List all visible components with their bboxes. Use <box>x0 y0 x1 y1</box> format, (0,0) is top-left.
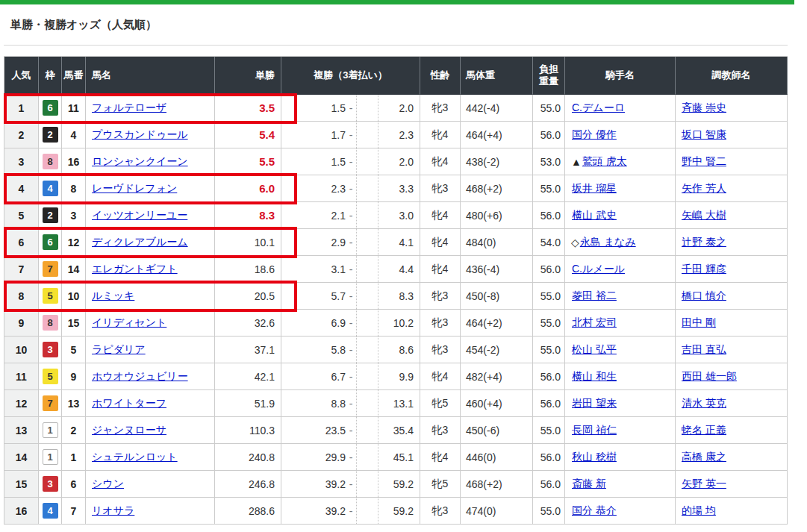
jockey-link[interactable]: 斎藤 新 <box>572 478 606 491</box>
horse-link[interactable]: エレガントギフト <box>92 263 178 276</box>
trainer-cell: 野中 賢二 <box>676 148 788 175</box>
win-odds-value: 3.5 <box>259 101 275 114</box>
place-odds-dash: - <box>346 237 356 248</box>
horse-link[interactable]: ディクレアブルーム <box>92 236 188 249</box>
header-rank: 人気 <box>4 57 39 95</box>
horse-link[interactable]: ルミッキ <box>92 290 134 303</box>
table-row: 3 8 16 ロンシャンクイーン 5.5 1.5 - 2.0 牝4 438(-2… <box>4 148 788 175</box>
horse-link[interactable]: フォルテローザ <box>92 101 166 115</box>
jockey-link[interactable]: 松山 弘平 <box>572 343 617 357</box>
jockey-link[interactable]: 北村 宏司 <box>572 316 617 330</box>
jockey-link[interactable]: 菱田 裕二 <box>572 290 617 303</box>
jockey-link[interactable]: C.ルメール <box>572 263 625 276</box>
jockey-cell: 北村 宏司 <box>565 310 676 337</box>
horse-link[interactable]: リオサラ <box>92 504 134 518</box>
trainer-link[interactable]: 野中 賢二 <box>682 155 726 169</box>
jockey-cell: 長岡 禎仁 <box>565 417 676 444</box>
weight-cell: 474(0) <box>461 498 533 525</box>
horse-link[interactable]: イリディセント <box>92 316 166 330</box>
place-odds-gap <box>356 310 378 336</box>
trainer-cell: 坂口 智康 <box>676 122 788 148</box>
sex-age-cell: 牝3 <box>420 417 461 444</box>
jockey-cell: 斎藤 新 <box>565 471 676 498</box>
horse-link[interactable]: シュテルンロット <box>92 451 178 464</box>
place-odds-cell: 6.9 - 10.2 <box>281 310 420 337</box>
jockey-link[interactable]: 横山 和生 <box>572 370 617 384</box>
win-odds-cell: 240.8 <box>215 444 281 471</box>
waku-cell: 6 <box>39 229 62 256</box>
weight-cell: 446(0) <box>461 444 533 471</box>
weight-cell: 484(0) <box>461 229 533 256</box>
place-odds-gap <box>356 283 378 309</box>
rank-cell: 12 <box>4 390 39 417</box>
jockey-link[interactable]: 横山 武史 <box>572 209 617 222</box>
place-odds-gap <box>356 229 378 255</box>
horse-no-cell: 4 <box>62 122 86 148</box>
waku-cell: 5 <box>39 283 62 310</box>
place-odds-dash: - <box>346 210 356 222</box>
waku-badge: 3 <box>43 342 58 357</box>
load-cell: 55.0 <box>533 95 565 122</box>
horse-link[interactable]: ホワイトターフ <box>92 397 166 410</box>
horse-link[interactable]: ラピダリア <box>92 343 146 357</box>
header-trainer: 調教師名 <box>676 57 788 95</box>
waku-cell: 1 <box>39 417 62 444</box>
trainer-link[interactable]: 清水 英克 <box>682 397 726 410</box>
table-row: 12 7 13 ホワイトターフ 51.9 8.8 - 13.1 牝5 460(+… <box>4 390 788 417</box>
jockey-link[interactable]: 鷲頭 虎太 <box>582 155 627 169</box>
place-odds-high: 45.1 <box>378 451 420 463</box>
win-odds-value: 5.5 <box>259 155 275 168</box>
header-jockey: 騎手名 <box>565 57 676 95</box>
jockey-link[interactable]: 永島 まなみ <box>580 236 636 249</box>
horse-no-cell: 9 <box>62 363 86 390</box>
rank-cell: 16 <box>4 498 39 525</box>
jockey-cell: C.ルメール <box>565 256 676 283</box>
sex-age-cell: 牝4 <box>420 444 461 471</box>
trainer-link[interactable]: 辻野 泰之 <box>682 236 726 249</box>
trainer-link[interactable]: 矢野 英一 <box>682 478 726 491</box>
horse-link[interactable]: シウン <box>92 478 124 491</box>
trainer-link[interactable]: 斉藤 崇史 <box>682 101 726 115</box>
load-cell: 55.0 <box>533 175 565 202</box>
jockey-link[interactable]: 国分 恭介 <box>572 504 617 518</box>
jockey-link[interactable]: 秋山 稔樹 <box>572 451 617 464</box>
rank-cell: 3 <box>4 148 39 175</box>
load-cell: 55.0 <box>533 337 565 363</box>
place-odds-low: 1.7 <box>281 129 346 141</box>
header-load: 負担重量 <box>533 57 565 95</box>
horse-link[interactable]: ホウオウジュビリー <box>92 370 188 384</box>
load-cell: 56.0 <box>533 390 565 417</box>
jockey-link[interactable]: 長岡 禎仁 <box>572 424 617 437</box>
horse-name-cell: フォルテローザ <box>86 95 215 122</box>
place-odds-dash: - <box>346 398 356 410</box>
jockey-link[interactable]: 岩田 望来 <box>572 397 617 410</box>
jockey-link[interactable]: 坂井 瑠星 <box>572 182 617 195</box>
horse-link[interactable]: イッツオンリーユー <box>92 209 187 222</box>
win-odds-cell: 20.5 <box>215 283 281 310</box>
win-odds-cell: 10.1 <box>215 229 281 256</box>
trainer-link[interactable]: 高橋 康之 <box>682 451 726 464</box>
place-odds-range: 29.9 - 45.1 <box>281 444 420 470</box>
waku-cell: 4 <box>39 175 62 202</box>
horse-name-cell: ホウオウジュビリー <box>86 363 215 390</box>
trainer-link[interactable]: 橋口 慎介 <box>682 290 726 303</box>
trainer-link[interactable]: 矢作 芳人 <box>682 182 726 195</box>
jockey-link[interactable]: C.デムーロ <box>572 101 625 115</box>
horse-link[interactable]: レーヴドレフォン <box>92 182 177 195</box>
trainer-link[interactable]: 矢嶋 大樹 <box>682 209 726 222</box>
trainer-link[interactable]: 的場 均 <box>682 504 716 518</box>
trainer-link[interactable]: 千田 輝彦 <box>682 263 726 276</box>
jockey-link[interactable]: 国分 優作 <box>572 128 617 142</box>
trainer-link[interactable]: 坂口 智康 <box>682 128 726 142</box>
jockey-mark: ▲ <box>571 156 582 168</box>
trainer-link[interactable]: 田中 剛 <box>682 316 716 330</box>
trainer-link[interactable]: 西田 雄一郎 <box>682 370 737 384</box>
trainer-link[interactable]: 吉田 直弘 <box>682 343 726 357</box>
horse-link[interactable]: ジャンヌローサ <box>92 424 166 437</box>
place-odds-dash: - <box>346 451 356 463</box>
rank-cell: 15 <box>4 471 39 498</box>
horse-link[interactable]: プウスカンドゥール <box>92 128 188 142</box>
horse-link[interactable]: ロンシャンクイーン <box>92 155 188 169</box>
jockey-cell: 菱田 裕二 <box>565 283 676 310</box>
trainer-link[interactable]: 蛯名 正義 <box>682 424 726 437</box>
